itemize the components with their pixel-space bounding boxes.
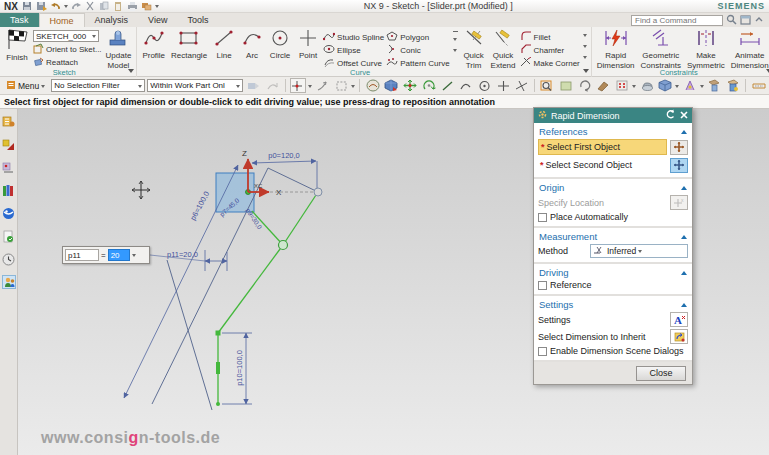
face-analysis-arrow[interactable]	[700, 85, 704, 90]
snap-intersection-icon[interactable]	[513, 78, 530, 93]
enable-scene-dialogs-checkbox[interactable]	[538, 347, 547, 356]
undo-icon[interactable]	[50, 1, 61, 11]
tab-view[interactable]: View	[138, 13, 177, 27]
copy-icon[interactable]	[99, 1, 110, 11]
curve-more-down2[interactable]	[583, 45, 587, 50]
boundary-arrow[interactable]	[351, 85, 355, 90]
arc-button[interactable]: Arc	[239, 28, 265, 60]
boundary-icon[interactable]	[333, 78, 350, 93]
zoom-window-icon[interactable]	[539, 78, 556, 93]
curve-gallery-down2[interactable]	[453, 49, 457, 54]
finish-sketch-button[interactable]: Finish	[3, 28, 31, 62]
open-in-window-icon[interactable]	[264, 78, 281, 93]
studio-spline-button[interactable]: Studio Spline	[323, 31, 384, 43]
select-second-object-button[interactable]	[670, 158, 688, 173]
sketch-group-more-arrow[interactable]	[128, 69, 134, 76]
paste-icon[interactable]	[113, 1, 124, 11]
snap-arc-icon[interactable]	[458, 78, 475, 93]
shaded-cube-arrow[interactable]	[675, 85, 679, 90]
tab-analysis[interactable]: Analysis	[85, 13, 139, 27]
create-interpart-link-icon[interactable]	[314, 78, 331, 93]
select-second-object-row[interactable]: *Select Second Object	[538, 157, 667, 173]
save-as-icon[interactable]	[36, 1, 47, 11]
refresh-view-icon[interactable]	[576, 78, 593, 93]
fullscreen-icon[interactable]	[740, 15, 751, 27]
snap-point-icon[interactable]	[290, 78, 307, 93]
move-object-icon[interactable]	[402, 78, 419, 93]
selection-scope-select[interactable]: Within Work Part Onl	[147, 79, 243, 92]
sketch-vertex-right[interactable]	[314, 188, 322, 196]
find-component-icon[interactable]	[245, 78, 262, 93]
place-automatically-row[interactable]: Place Automatically	[534, 211, 692, 223]
grid-arrow[interactable]	[632, 85, 636, 90]
select-first-object-row[interactable]: *Select First Object	[538, 139, 667, 155]
snap-circle-icon[interactable]	[476, 78, 493, 93]
sketch-vertex-slider-bottom[interactable]	[216, 402, 220, 406]
circle-button[interactable]: Circle	[267, 28, 293, 60]
make-symmetric-button[interactable]: Make Symmetric	[685, 28, 727, 70]
dialog-title-bar[interactable]: Rapid Dimension	[534, 108, 692, 123]
reference-row[interactable]: Reference	[534, 279, 692, 291]
reference-checkbox[interactable]	[538, 281, 547, 290]
sketch-vertex-slider-top[interactable]	[216, 331, 221, 336]
reset-icon[interactable]	[665, 109, 676, 122]
fillet-button[interactable]: Fillet	[520, 31, 580, 43]
rectangle-button[interactable]: Rectangle	[169, 28, 209, 60]
curve-more-down3[interactable]	[583, 56, 587, 61]
print-icon[interactable]	[127, 1, 138, 11]
orient-view-icon[interactable]	[595, 78, 612, 93]
enable-scene-dialogs-row[interactable]: Enable Dimension Scene Dialogs	[534, 345, 692, 357]
shaded-view-icon[interactable]	[364, 78, 381, 93]
inherit-dimension-button[interactable]	[670, 329, 688, 344]
conic-button[interactable]: Conic	[386, 44, 449, 56]
select-first-object-button[interactable]	[670, 140, 688, 155]
find-command-input[interactable]	[631, 15, 723, 26]
snap-point2-icon[interactable]	[495, 78, 512, 93]
dialog-close-button[interactable]: Close	[636, 366, 686, 381]
selection-filter-select[interactable]: No Selection Filter	[51, 79, 145, 92]
reattach-button[interactable]: Reattach	[33, 56, 102, 68]
render-style-icon[interactable]	[383, 78, 400, 93]
snap-point-arrow[interactable]	[308, 85, 312, 90]
dimension-value-field[interactable]: 20	[108, 249, 130, 261]
shaded-cube-icon[interactable]	[657, 78, 674, 93]
undo-menu-arrow[interactable]	[64, 5, 68, 10]
sketch-name-select[interactable]: SKETCH_000	[33, 30, 99, 42]
animate-dimension-button[interactable]: Animate Dimension	[729, 28, 769, 70]
measure-icon[interactable]	[750, 78, 767, 93]
grid-icon[interactable]	[614, 78, 631, 93]
dimension-value-arrow[interactable]	[132, 254, 136, 259]
tab-home[interactable]: Home	[39, 13, 85, 27]
fit-view-icon[interactable]	[558, 78, 575, 93]
snap-line-icon[interactable]	[439, 78, 456, 93]
line-button[interactable]: Line	[211, 28, 237, 60]
constraints-group-more-arrow[interactable]	[766, 69, 769, 76]
chamfer-button[interactable]: Chamfer	[520, 44, 580, 56]
measurement-header[interactable]: Measurement	[534, 229, 692, 243]
place-automatically-checkbox[interactable]	[538, 213, 547, 222]
tab-tools[interactable]: Tools	[177, 13, 218, 27]
polygon-button[interactable]: Polygon	[386, 31, 449, 43]
window-switch-icon[interactable]	[141, 1, 152, 11]
editable-section-icon[interactable]	[706, 78, 723, 93]
redo-icon[interactable]	[71, 1, 82, 11]
quick-trim-button[interactable]: Quick Trim	[461, 28, 487, 70]
ellipse-button[interactable]: Ellipse	[323, 44, 384, 56]
geometric-constraints-button[interactable]: Geometric Constraints	[639, 28, 683, 70]
minimize-ribbon-icon[interactable]	[754, 15, 764, 26]
settings-header[interactable]: Settings	[534, 297, 692, 311]
close-icon[interactable]	[679, 110, 689, 122]
sketch-vertex-joint[interactable]	[279, 241, 288, 250]
face-analysis-icon[interactable]	[681, 78, 698, 93]
orient-to-sketch-button[interactable]: Orient to Sket...	[33, 43, 102, 55]
method-dropdown[interactable]: Inferred	[590, 244, 688, 258]
references-header[interactable]: References	[534, 124, 692, 138]
work-section-icon[interactable]	[725, 78, 742, 93]
cut-icon[interactable]	[85, 1, 96, 11]
profile-button[interactable]: Profile	[140, 28, 167, 60]
curve-gallery-down1[interactable]	[453, 38, 457, 43]
search-icon[interactable]	[726, 14, 737, 27]
dimension-name-field[interactable]: p11	[65, 249, 99, 261]
update-model-button[interactable]: Update Model	[104, 28, 134, 70]
rotate-object-icon[interactable]	[420, 78, 437, 93]
